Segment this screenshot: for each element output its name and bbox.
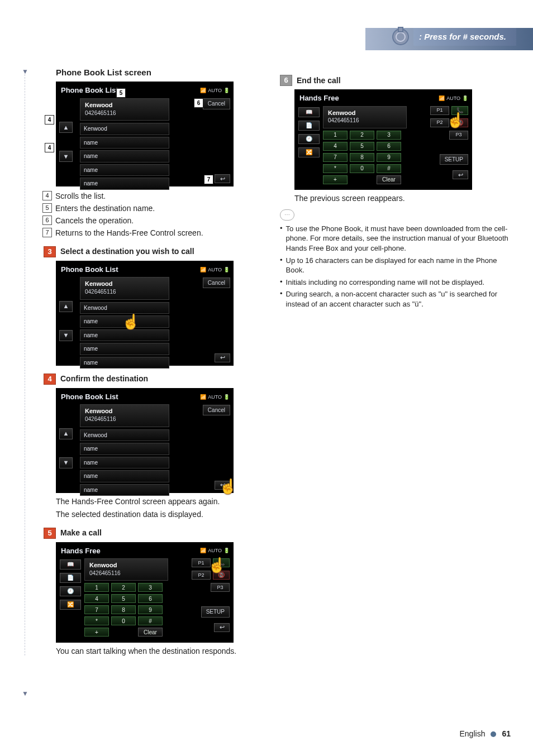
list-item[interactable]: name: [80, 343, 169, 355]
selected-contact: Kenwood 0426465116: [84, 558, 168, 581]
list-item[interactable]: name: [80, 178, 169, 190]
list-item[interactable]: name: [80, 484, 169, 496]
memo-button[interactable]: 📄: [60, 573, 81, 583]
list-item[interactable]: name: [80, 150, 169, 162]
status-icons: 📶 AUTO 🔋: [200, 87, 230, 94]
scroll-down-button[interactable]: ▼: [59, 330, 73, 341]
key-8[interactable]: 8: [111, 605, 136, 614]
dial-keypad: 1 2 3 4 5 6 7 8 9 * 0 # + Clear: [323, 131, 407, 184]
cancel-button[interactable]: Cancel: [203, 98, 230, 109]
preset-p3[interactable]: P3: [449, 131, 468, 140]
list-item[interactable]: name: [80, 164, 169, 176]
legend-text: Returns to the Hands-Free Control screen…: [55, 228, 203, 238]
key-hash[interactable]: #: [138, 616, 163, 625]
key-clear[interactable]: Clear: [138, 628, 163, 637]
contact-number: 0426465116: [328, 117, 403, 125]
key-hash[interactable]: #: [377, 164, 401, 173]
cancel-button[interactable]: Cancel: [203, 405, 230, 416]
key-3[interactable]: 3: [377, 131, 401, 140]
scroll-up-button[interactable]: ▲: [59, 301, 73, 312]
preset-p2[interactable]: P2: [430, 118, 449, 127]
list-item[interactable]: name: [80, 137, 169, 149]
step-title: Make a call: [60, 528, 102, 538]
history-button[interactable]: 🕘: [60, 586, 81, 596]
scroll-down-button[interactable]: ▼: [59, 151, 73, 162]
note-text: During search, a non-accent character su…: [286, 289, 511, 309]
key-8[interactable]: 8: [350, 153, 374, 162]
return-button[interactable]: ↩: [214, 623, 230, 632]
note-text: Up to 16 characters can be displayed for…: [286, 256, 511, 275]
key-1[interactable]: 1: [323, 131, 348, 140]
switch-button[interactable]: 🔀: [60, 600, 81, 610]
contact-name: Kenwood: [85, 407, 165, 415]
list-item[interactable]: name: [80, 315, 169, 328]
end-call-button[interactable]: 📵: [213, 571, 230, 580]
key-plus[interactable]: +: [323, 175, 348, 184]
hands-free-screenshot: Hands Free 📶 AUTO 🔋 📖 📄 🕘 🔀 Kenwood: [56, 542, 234, 643]
call-button[interactable]: 📞: [451, 106, 468, 115]
step-text: You can start talking when the destinati…: [34, 646, 264, 657]
key-star[interactable]: *: [84, 616, 109, 625]
preset-p1[interactable]: P1: [192, 558, 211, 567]
signal-icon: 📶: [200, 547, 206, 554]
callout-7: 7: [204, 175, 213, 184]
legend-text: Enters the destination name.: [55, 203, 155, 214]
key-5[interactable]: 5: [111, 594, 136, 603]
history-button[interactable]: 🕘: [298, 134, 320, 144]
key-9[interactable]: 9: [377, 153, 401, 162]
key-star[interactable]: *: [323, 164, 348, 173]
scroll-up-button[interactable]: ▲: [59, 122, 73, 133]
key-9[interactable]: 9: [138, 605, 163, 614]
key-4[interactable]: 4: [84, 594, 109, 603]
key-0[interactable]: 0: [111, 616, 136, 625]
battery-icon: 🔋: [223, 87, 230, 94]
call-button[interactable]: 📞: [213, 558, 230, 567]
key-plus[interactable]: +: [84, 628, 109, 637]
return-button[interactable]: ↩: [215, 174, 230, 183]
note-text: Initials including no corresponding name…: [286, 277, 485, 288]
preset-p1[interactable]: P1: [430, 106, 449, 115]
key-6[interactable]: 6: [377, 142, 401, 151]
switch-button[interactable]: 🔀: [298, 147, 320, 157]
legend-num: 6: [42, 216, 52, 225]
key-7[interactable]: 7: [323, 153, 348, 162]
callout-5: 5: [116, 88, 126, 98]
auto-icon: AUTO: [446, 95, 460, 102]
scroll-down-button[interactable]: ▼: [59, 457, 73, 468]
key-5[interactable]: 5: [350, 142, 374, 151]
list-item[interactable]: Kenwood: [80, 123, 169, 135]
list-item[interactable]: Kenwood: [80, 429, 169, 442]
preset-p3[interactable]: P3: [211, 583, 230, 592]
return-button[interactable]: ↩: [215, 481, 230, 490]
list-item[interactable]: name: [80, 470, 169, 482]
key-4[interactable]: 4: [323, 142, 348, 151]
setup-button[interactable]: SETUP: [201, 606, 230, 618]
return-button[interactable]: ↩: [215, 353, 230, 362]
memo-button[interactable]: 📄: [298, 121, 320, 131]
phonebook-button[interactable]: 📖: [60, 559, 81, 570]
key-1[interactable]: 1: [84, 583, 109, 592]
key-6[interactable]: 6: [138, 594, 163, 603]
step-number: 6: [280, 75, 292, 86]
end-call-button[interactable]: 📵: [451, 118, 468, 127]
list-item[interactable]: name: [80, 443, 169, 455]
list-item[interactable]: name: [80, 357, 169, 369]
cancel-button[interactable]: Cancel: [203, 277, 230, 289]
list-item[interactable]: Kenwood: [80, 302, 169, 314]
hands-free-screenshot: Hands Free 📶 AUTO 🔋 📖 📄 🕘 🔀 Kenwood: [294, 89, 472, 190]
key-clear[interactable]: Clear: [377, 175, 401, 184]
phonebook-button[interactable]: 📖: [298, 107, 320, 117]
key-2[interactable]: 2: [111, 583, 136, 592]
return-button[interactable]: ↩: [453, 170, 468, 179]
key-2[interactable]: 2: [350, 131, 374, 140]
key-7[interactable]: 7: [84, 605, 109, 614]
scroll-up-button[interactable]: ▲: [59, 428, 73, 439]
setup-button[interactable]: SETUP: [440, 154, 468, 165]
step-text: The selected destination data is display…: [34, 509, 264, 520]
key-0[interactable]: 0: [350, 164, 374, 173]
key-3[interactable]: 3: [138, 583, 163, 592]
preset-p2[interactable]: P2: [192, 571, 211, 580]
list-item[interactable]: name: [80, 457, 169, 469]
signal-icon: 📶: [439, 95, 445, 102]
list-item[interactable]: name: [80, 329, 169, 342]
